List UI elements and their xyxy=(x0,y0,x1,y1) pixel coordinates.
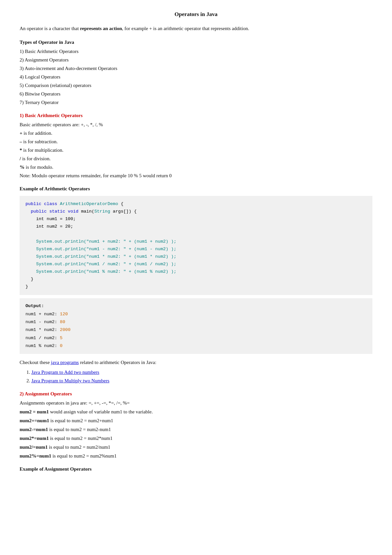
op-minus-bold: – xyxy=(20,139,22,144)
assign-bold-1: num2 = num1 xyxy=(20,409,49,414)
op-star-text: is for multiplication. xyxy=(22,147,64,153)
assign-text-4: is equal to num2 = num2*num1 xyxy=(49,436,112,441)
operator-line-sub: – is for subtraction. xyxy=(20,138,372,146)
java-multiply-link[interactable]: Java Program to Multiply two Numbers xyxy=(31,378,109,383)
checkout-text-end: related to arithmetic Operators in Java: xyxy=(79,360,156,365)
assignment-desc: Assignments operators in java are: =, +=… xyxy=(20,399,372,407)
output-label: Output: xyxy=(25,304,44,308)
assignment-line6: num2%=num1 is equal to num2 = num2%num1 xyxy=(20,452,372,460)
assign-text-1: would assign value of variable num1 to t… xyxy=(49,409,153,414)
list-item: 1) Basic Arithmetic Operators xyxy=(20,47,372,55)
checkout-paragraph: Checkout these java programs related to … xyxy=(20,358,372,366)
assign-bold-5: num2/=num1 xyxy=(20,444,48,450)
intro-bold: represents an action xyxy=(80,26,122,31)
assignment-line2: num2+=num1 is equal to num2 = num2+num1 xyxy=(20,417,372,425)
op-minus-text: is for subtraction. xyxy=(22,139,58,144)
example-heading-assignment: Example of Assignment Operators xyxy=(20,465,372,473)
output-line1-label: num1 + num2: xyxy=(25,312,60,317)
java-add-link[interactable]: Java Program to Add two numbers xyxy=(31,370,99,375)
operator-line-div: / is for division. xyxy=(20,155,372,163)
output-line3-value: 2000 xyxy=(60,327,70,332)
assign-bold-6: num2%=num1 xyxy=(20,453,51,459)
op-percent-bold: % xyxy=(20,165,24,170)
assign-bold-3: num2-=num1 xyxy=(20,427,48,432)
list-item: 6) Bitwise Operators xyxy=(20,90,372,98)
related-programs-list: Java Program to Add two numbers Java Pro… xyxy=(20,368,372,385)
op-plus-bold: + xyxy=(20,130,23,136)
checkout-text-start: Checkout these xyxy=(20,360,51,365)
operator-line-mul: * is for multiplication. xyxy=(20,146,372,154)
op-star-bold: * xyxy=(20,147,22,153)
types-heading: Types of Operator in Java xyxy=(20,38,372,46)
output-line3-label: num1 * num2: xyxy=(25,327,60,332)
op-plus-text: is for addition. xyxy=(23,130,53,136)
output-line5-value: 0 xyxy=(60,343,62,348)
operator-line-add: + is for addition. xyxy=(20,129,372,137)
assignment-line1: num2 = num1 would assign value of variab… xyxy=(20,408,372,416)
assign-text-5: is equal to num2 = num2/num1 xyxy=(48,444,110,450)
list-item: 7) Ternary Operator xyxy=(20,98,372,106)
related-program-1: Java Program to Add two numbers xyxy=(31,368,372,376)
operator-line-mod: % is for modulo. xyxy=(20,163,372,171)
code-block-arithmetic: public class ArithmeticOperatorDemo { pu… xyxy=(20,196,372,295)
output-line4-value: 5 xyxy=(60,336,62,340)
assign-text-6: is equal to num2 = num2%num1 xyxy=(51,453,117,459)
types-list: 1) Basic Arithmetic Operators 2) Assignm… xyxy=(20,47,372,106)
section2-heading: 2) Assignment Operators xyxy=(20,390,372,398)
op-percent-text: is for modulo. xyxy=(24,165,53,170)
example-heading-arithmetic: Example of Arithmetic Operators xyxy=(20,185,372,193)
list-item: 2) Assignment Operators xyxy=(20,56,372,64)
operator-desc-line: Basic arithmetic operators are: +, -, *,… xyxy=(20,121,372,129)
java-programs-link[interactable]: java programs xyxy=(51,360,79,365)
assign-bold-4: num2*=num1 xyxy=(20,436,49,441)
output-line5-label: num1 % num2: xyxy=(25,343,60,348)
section1-heading: 1) Basic Arithmetic Operators xyxy=(20,112,372,119)
assignment-line3: num2-=num1 is equal to num2 = num2-num1 xyxy=(20,425,372,433)
assignment-section: Assignments operators in java are: =, +=… xyxy=(20,399,372,473)
operator-description: Basic arithmetic operators are: +, -, *,… xyxy=(20,121,372,180)
op-slash-text: is for division. xyxy=(21,156,51,161)
output-line1-value: 120 xyxy=(60,312,68,317)
assign-bold-2: num2+=num1 xyxy=(20,418,49,423)
output-line4-label: num1 / num2: xyxy=(25,336,60,340)
related-program-2: Java Program to Multiply two Numbers xyxy=(31,377,372,385)
assignment-line4: num2*=num1 is equal to num2 = num2*num1 xyxy=(20,434,372,442)
intro-text-start: An operator is a character that xyxy=(20,26,80,31)
intro-paragraph: An operator is a character that represen… xyxy=(20,25,372,32)
operator-note: Note: Modulo operator returns remainder,… xyxy=(20,172,372,180)
list-item: 4) Logical Operators xyxy=(20,73,372,81)
output-line2-value: 80 xyxy=(60,320,65,324)
output-line2-label: num1 - num2: xyxy=(25,320,60,324)
output-block-arithmetic: Output: num1 + num2: 120 num1 - num2: 80… xyxy=(20,298,372,354)
page-title: Operators in Java xyxy=(20,10,372,19)
assignment-line5: num2/=num1 is equal to num2 = num2/num1 xyxy=(20,443,372,451)
assign-text-2: is equal to num2 = num2+num1 xyxy=(49,418,113,423)
assign-text-3: is equal to num2 = num2-num1 xyxy=(48,427,111,432)
list-item: 3) Auto-increment and Auto-decrement Ope… xyxy=(20,64,372,72)
intro-text-end: , for example + is an arithmetic operato… xyxy=(122,26,249,31)
list-item: 5) Comparison (relational) operators xyxy=(20,81,372,89)
